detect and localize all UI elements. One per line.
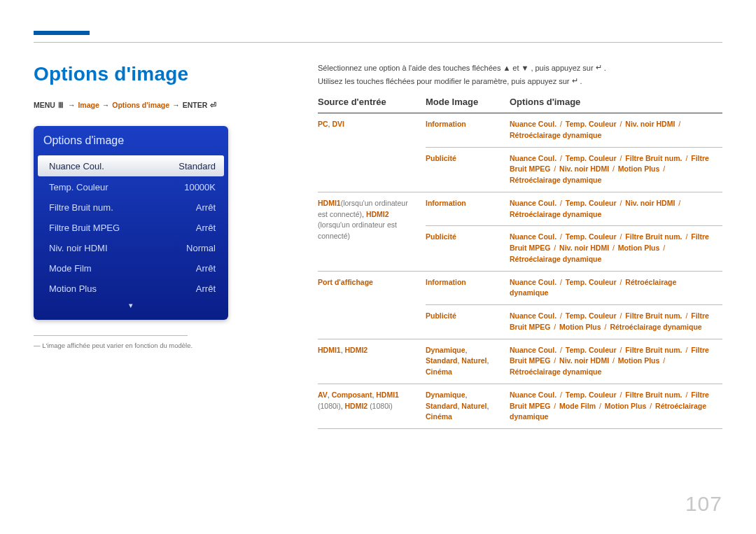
cell-options: Nuance Coul. / Temp. Couleur / Niv. noir…: [510, 113, 722, 148]
panel-row-value: Arrêt: [196, 283, 216, 294]
cell-options: Nuance Coul. / Temp. Couleur / Filtre Br…: [510, 226, 722, 271]
glyph-icon: ▲: [503, 64, 510, 72]
panel-row[interactable]: Mode FilmArrêt: [34, 258, 228, 278]
cell-source: AV, Composant, HDMI1 (1080i), HDMI2 (108…: [318, 384, 426, 428]
panel-row-value: Standard: [178, 161, 216, 171]
panel-row-label: Filtre Bruit num.: [49, 202, 113, 213]
th-options: Options d'image: [510, 97, 722, 113]
panel-row-label: Temp. Couleur: [49, 182, 108, 192]
breadcrumb: MENUⅢ → Image → Options d'image → ENTER⏎: [34, 101, 307, 109]
glyph-icon: ↵: [596, 63, 602, 72]
cell-options: Nuance Coul. / Temp. Couleur / Filtre Br…: [510, 305, 722, 339]
table-row: Port d'affichageInformationNuance Coul. …: [318, 271, 722, 305]
cell-options: Nuance Coul. / Temp. Couleur / Niv. noir…: [510, 192, 722, 226]
footnote: ― L'image affichée peut varier en foncti…: [34, 342, 307, 349]
panel-row-label: Mode Film: [49, 263, 92, 274]
table-row: PC, DVIInformationNuance Coul. / Temp. C…: [318, 113, 722, 148]
panel-row-value: Arrêt: [196, 202, 216, 213]
cell-source: Port d'affichage: [318, 271, 426, 339]
panel-row[interactable]: Filtre Bruit num.Arrêt: [34, 197, 228, 217]
cell-mode: Information: [426, 271, 510, 305]
panel-header: Options d'image: [34, 126, 228, 155]
table-row: HDMI1, HDMI2Dynamique, Standard, Naturel…: [318, 339, 722, 384]
cell-options: Nuance Coul. / Temp. Couleur / Filtre Br…: [510, 384, 722, 428]
page-title: Options d'image: [34, 63, 307, 85]
panel-row-label: Niv. noir HDMI: [49, 243, 108, 253]
breadcrumb-image: Image: [78, 101, 99, 109]
panel-row[interactable]: Temp. Couleur10000K: [34, 177, 228, 197]
options-panel: Options d'image Nuance Coul.StandardTemp…: [34, 126, 228, 320]
panel-row-value: Arrêt: [196, 263, 216, 274]
table-row: AV, Composant, HDMI1 (1080i), HDMI2 (108…: [318, 384, 722, 428]
panel-row-value: 10000K: [184, 182, 216, 192]
menu-icon: Ⅲ: [58, 101, 64, 109]
panel-row[interactable]: Motion PlusArrêt: [34, 279, 228, 298]
cell-source: HDMI1(lorsqu'un ordinateur est connecté)…: [318, 192, 426, 271]
th-source: Source d'entrée: [318, 97, 426, 113]
arrow-icon: →: [68, 101, 76, 109]
cell-source: HDMI1, HDMI2: [318, 339, 426, 384]
cell-mode: Publicité: [426, 305, 510, 339]
panel-rows: Nuance Coul.StandardTemp. Couleur10000KF…: [34, 155, 228, 298]
glyph-icon: ↵: [572, 76, 578, 85]
instruction-line: Sélectionnez une option à l'aide des tou…: [318, 63, 722, 72]
page-number: 107: [685, 492, 722, 516]
panel-row[interactable]: Niv. noir HDMINormal: [34, 238, 228, 258]
panel-row[interactable]: Nuance Coul.Standard: [38, 155, 224, 176]
panel-row-value: Normal: [186, 243, 216, 253]
table-row: HDMI1(lorsqu'un ordinateur est connecté)…: [318, 192, 722, 226]
cell-mode: Information: [426, 192, 510, 226]
breadcrumb-menu: MENU: [34, 101, 55, 109]
chevron-down-icon[interactable]: ▾: [34, 301, 228, 310]
cell-source: PC, DVI: [318, 113, 426, 192]
cell-mode: Publicité: [426, 147, 510, 192]
footnote-rule: [34, 335, 188, 336]
header-accent: [34, 31, 90, 35]
cell-options: Nuance Coul. / Temp. Couleur / Filtre Br…: [510, 339, 722, 384]
breadcrumb-options: Options d'image: [112, 101, 169, 109]
cell-mode: Dynamique, Standard, Naturel, Cinéma: [426, 384, 510, 428]
th-mode: Mode Image: [426, 97, 510, 113]
panel-row-label: Filtre Bruit MPEG: [49, 223, 120, 233]
header-rule: [34, 42, 722, 43]
cell-options: Nuance Coul. / Temp. Couleur / Rétroécla…: [510, 271, 722, 305]
panel-row[interactable]: Filtre Bruit MPEGArrêt: [34, 218, 228, 237]
breadcrumb-enter: ENTER: [183, 101, 208, 109]
panel-row-label: Nuance Coul.: [49, 161, 104, 171]
arrow-icon: →: [102, 101, 110, 109]
instruction-line: Utilisez les touches fléchées pour modif…: [318, 76, 722, 85]
cell-mode: Publicité: [426, 226, 510, 271]
glyph-icon: ▼: [521, 64, 528, 72]
panel-row-label: Motion Plus: [49, 283, 97, 294]
options-table: Source d'entrée Mode Image Options d'ima…: [318, 97, 722, 429]
arrow-icon: →: [172, 101, 180, 109]
enter-icon: ⏎: [210, 101, 216, 109]
panel-row-value: Arrêt: [196, 223, 216, 233]
cell-mode: Information: [426, 113, 510, 148]
cell-mode: Dynamique, Standard, Naturel, Cinéma: [426, 339, 510, 384]
cell-options: Nuance Coul. / Temp. Couleur / Filtre Br…: [510, 147, 722, 192]
